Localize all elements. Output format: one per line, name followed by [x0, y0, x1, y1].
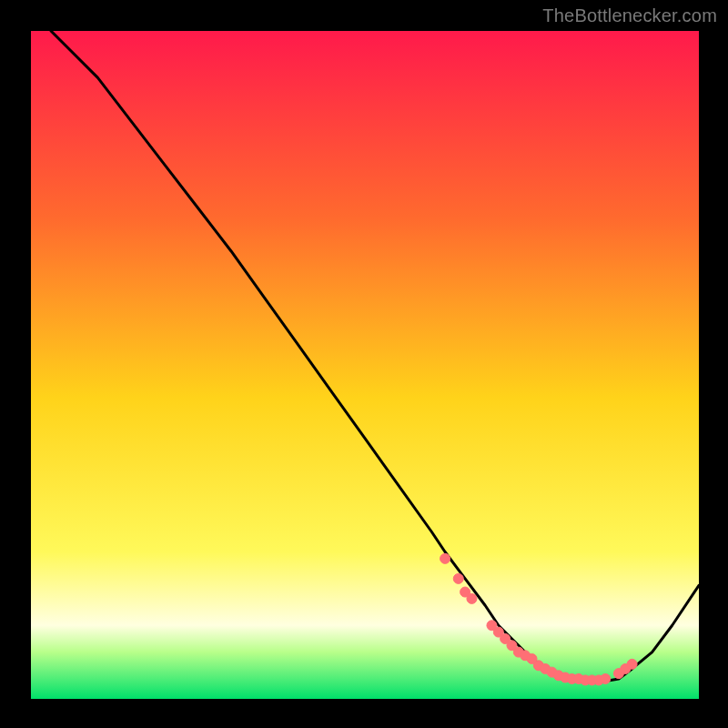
- data-point: [467, 593, 477, 603]
- plot-svg: [31, 31, 699, 699]
- data-point: [627, 659, 637, 669]
- data-point: [440, 553, 450, 563]
- watermark-text: TheBottlenecker.com: [542, 5, 717, 26]
- plot-area: [31, 31, 699, 699]
- gradient-background: [31, 31, 699, 699]
- data-point: [453, 573, 463, 583]
- data-point: [601, 673, 611, 683]
- chart-root: TheBottlenecker.com: [0, 0, 728, 728]
